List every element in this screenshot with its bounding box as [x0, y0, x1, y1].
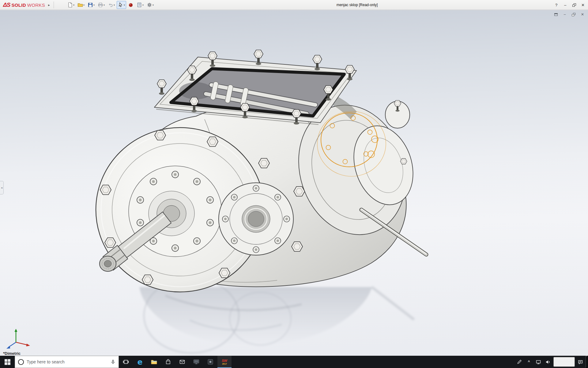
mail-button[interactable]: [175, 356, 189, 368]
cortana-icon: [18, 359, 24, 365]
brand-name-bold: SOLID: [11, 2, 26, 8]
file-explorer-button[interactable]: [147, 356, 161, 368]
caret-down-icon: ▾: [104, 4, 105, 6]
gearbox-model[interactable]: [96, 50, 426, 292]
red-sphere-icon: [128, 2, 134, 8]
caret-down-icon: ▾: [142, 4, 144, 6]
open-button[interactable]: ▾: [76, 1, 86, 9]
task-view-button[interactable]: [119, 356, 133, 368]
store-button[interactable]: [161, 356, 175, 368]
undo-icon: [108, 2, 113, 8]
restore-button[interactable]: [570, 0, 579, 10]
edge-icon: e: [138, 358, 143, 366]
brand-name-light: WORKS: [27, 2, 45, 8]
caret-down-icon: ▾: [124, 4, 125, 6]
search-input[interactable]: [27, 359, 108, 364]
system-tray: ^ 1:03 PM 7/11/2018: [515, 356, 588, 368]
design-binder-button[interactable]: ▾: [135, 1, 145, 9]
ds-logo-icon: ΔS: [3, 2, 10, 8]
chevron-up-icon: ^: [528, 360, 530, 364]
hidden-icons-button[interactable]: ^: [525, 356, 533, 368]
doc-restore-icon: [572, 13, 575, 16]
doc-restore-button[interactable]: [571, 12, 577, 17]
menu-flyout-button[interactable]: ▸: [46, 1, 52, 9]
featuremanager-collapse-tab[interactable]: ◂: [0, 181, 4, 194]
doc-minimize-button[interactable]: –: [562, 12, 568, 17]
sw-tile-year: 2017: [222, 363, 227, 365]
second-flange[interactable]: [219, 183, 293, 255]
monitor-app-button[interactable]: [189, 356, 203, 368]
window-controls: ? – ✕: [552, 0, 587, 10]
view-orientation-label: *Dimetric: [3, 351, 21, 356]
gearbox-3d-view[interactable]: [0, 10, 588, 356]
solidworks-taskbar-button[interactable]: SW 2017: [217, 356, 232, 368]
caret-down-icon: ▾: [83, 4, 85, 6]
windows-taskbar: e SW 2017 ^ 1:03 PM 7/11/2018: [0, 356, 588, 368]
sw-tile-letters: SW: [222, 359, 227, 362]
caret-down-icon: ▾: [153, 4, 154, 6]
speaker-icon: [545, 359, 551, 365]
caret-down-icon: ▾: [93, 4, 95, 6]
options-button[interactable]: ▾: [145, 1, 155, 9]
envelope-icon: [179, 359, 185, 365]
pen-icon: [517, 359, 522, 365]
doc-window-icon-button[interactable]: [553, 12, 559, 17]
collapse-left-icon: ◂: [1, 186, 2, 189]
taskbar-clock[interactable]: 1:03 PM 7/11/2018: [553, 357, 575, 367]
window-title: menjac sklop [Read-only]: [337, 0, 378, 10]
appearance-button[interactable]: [127, 1, 135, 9]
close-button[interactable]: ✕: [579, 0, 587, 10]
save-button[interactable]: ▾: [86, 1, 96, 9]
gear-icon: [147, 2, 152, 8]
folder-icon: [151, 358, 157, 365]
task-view-icon: [123, 359, 129, 365]
start-button[interactable]: [0, 356, 15, 368]
help-button[interactable]: ?: [552, 0, 561, 10]
restore-icon: [572, 3, 576, 7]
edge-button[interactable]: e: [133, 356, 147, 368]
toolbar-separator: [54, 2, 54, 8]
select-tool-button[interactable]: ▾: [117, 1, 126, 9]
windows-logo-icon: [5, 359, 10, 365]
titlebar: ΔS SOLIDWORKS ▸ ▾ ▾ ▾ ▾ ▾ ▾: [0, 0, 588, 10]
caret-down-icon: ▾: [73, 4, 74, 6]
report-book-icon: [137, 2, 142, 8]
dark-tile-app-button[interactable]: [203, 356, 217, 368]
store-bag-icon: [165, 359, 171, 365]
graphics-area[interactable]: – ✕ ◂ *Dimetric: [0, 10, 588, 356]
monitor-app-icon: [193, 358, 200, 365]
show-desktop-button[interactable]: [586, 356, 587, 368]
clock-date: 7/11/2018: [556, 362, 572, 366]
clock-time: 1:03 PM: [557, 358, 571, 362]
undo-button[interactable]: ▾: [107, 1, 116, 9]
print-icon: [98, 2, 103, 8]
microphone-icon[interactable]: [111, 359, 115, 364]
new-document-button[interactable]: ▾: [66, 1, 76, 9]
network-icon: [536, 359, 541, 365]
caret-down-icon: ▾: [114, 4, 115, 6]
dark-tile-app-icon: [207, 358, 214, 365]
flyout-arrow-icon: ▸: [48, 3, 50, 7]
cursor-select-icon: [118, 2, 123, 8]
volume-tray-button[interactable]: [544, 356, 552, 368]
network-tray-button[interactable]: [534, 356, 543, 368]
action-center-button[interactable]: [576, 356, 584, 368]
taskbar-search-box[interactable]: [15, 356, 119, 368]
notification-icon: [578, 359, 583, 365]
solidworks-app-icon: SW 2017: [222, 359, 227, 365]
quick-access-toolbar: ▾ ▾ ▾ ▾ ▾ ▾ ▾ ▾: [66, 1, 155, 9]
open-folder-icon: [77, 2, 83, 8]
save-icon: [88, 2, 93, 8]
doc-close-button[interactable]: ✕: [579, 12, 586, 17]
print-button[interactable]: ▾: [96, 1, 106, 9]
minimize-button[interactable]: –: [561, 0, 570, 10]
window-icon: [554, 13, 558, 16]
top-cover[interactable]: [154, 50, 356, 125]
new-document-icon: [67, 2, 73, 8]
windows-ink-button[interactable]: [515, 356, 524, 368]
orientation-triad: [6, 329, 30, 349]
solidworks-logo: ΔS SOLIDWORKS: [0, 2, 46, 8]
document-window-controls: – ✕: [553, 12, 586, 17]
